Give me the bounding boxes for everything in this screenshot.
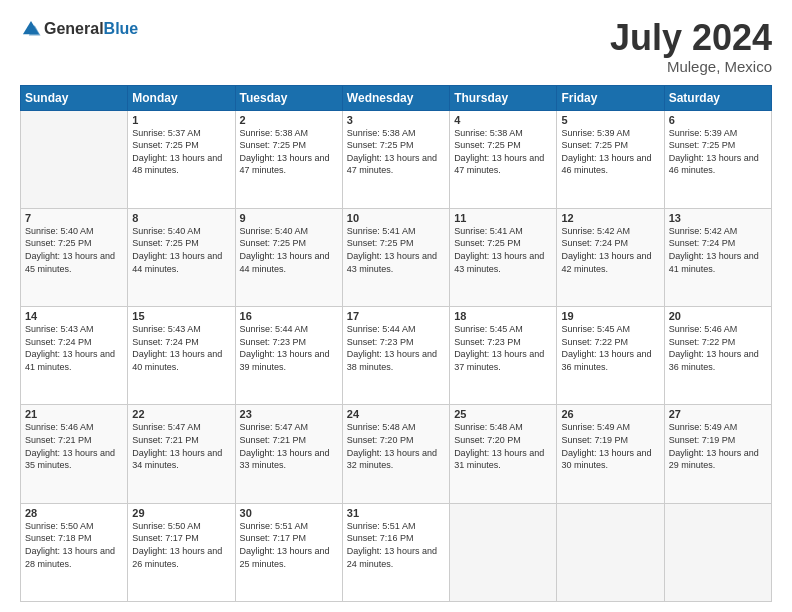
day-info: Sunrise: 5:46 AM Sunset: 7:21 PM Dayligh… — [25, 421, 123, 471]
day-info: Sunrise: 5:41 AM Sunset: 7:25 PM Dayligh… — [454, 225, 552, 275]
table-row: 27Sunrise: 5:49 AM Sunset: 7:19 PM Dayli… — [664, 405, 771, 503]
calendar-week-row: 14Sunrise: 5:43 AM Sunset: 7:24 PM Dayli… — [21, 307, 772, 405]
day-number: 8 — [132, 212, 230, 224]
col-saturday: Saturday — [664, 85, 771, 110]
table-row: 21Sunrise: 5:46 AM Sunset: 7:21 PM Dayli… — [21, 405, 128, 503]
day-info: Sunrise: 5:37 AM Sunset: 7:25 PM Dayligh… — [132, 127, 230, 177]
col-monday: Monday — [128, 85, 235, 110]
day-number: 31 — [347, 507, 445, 519]
day-number: 26 — [561, 408, 659, 420]
day-info: Sunrise: 5:43 AM Sunset: 7:24 PM Dayligh… — [25, 323, 123, 373]
day-number: 19 — [561, 310, 659, 322]
day-number: 2 — [240, 114, 338, 126]
day-number: 3 — [347, 114, 445, 126]
table-row: 6Sunrise: 5:39 AM Sunset: 7:25 PM Daylig… — [664, 110, 771, 208]
day-info: Sunrise: 5:45 AM Sunset: 7:23 PM Dayligh… — [454, 323, 552, 373]
table-row: 12Sunrise: 5:42 AM Sunset: 7:24 PM Dayli… — [557, 208, 664, 306]
table-row: 18Sunrise: 5:45 AM Sunset: 7:23 PM Dayli… — [450, 307, 557, 405]
day-number: 30 — [240, 507, 338, 519]
table-row: 2Sunrise: 5:38 AM Sunset: 7:25 PM Daylig… — [235, 110, 342, 208]
calendar-week-row: 21Sunrise: 5:46 AM Sunset: 7:21 PM Dayli… — [21, 405, 772, 503]
table-row — [21, 110, 128, 208]
day-info: Sunrise: 5:38 AM Sunset: 7:25 PM Dayligh… — [347, 127, 445, 177]
day-number: 4 — [454, 114, 552, 126]
table-row: 13Sunrise: 5:42 AM Sunset: 7:24 PM Dayli… — [664, 208, 771, 306]
table-row: 26Sunrise: 5:49 AM Sunset: 7:19 PM Dayli… — [557, 405, 664, 503]
day-info: Sunrise: 5:39 AM Sunset: 7:25 PM Dayligh… — [669, 127, 767, 177]
location-title: Mulege, Mexico — [610, 58, 772, 75]
day-number: 11 — [454, 212, 552, 224]
day-number: 6 — [669, 114, 767, 126]
day-info: Sunrise: 5:42 AM Sunset: 7:24 PM Dayligh… — [561, 225, 659, 275]
table-row: 1Sunrise: 5:37 AM Sunset: 7:25 PM Daylig… — [128, 110, 235, 208]
day-info: Sunrise: 5:45 AM Sunset: 7:22 PM Dayligh… — [561, 323, 659, 373]
title-block: July 2024 Mulege, Mexico — [610, 18, 772, 75]
day-info: Sunrise: 5:51 AM Sunset: 7:16 PM Dayligh… — [347, 520, 445, 570]
day-number: 17 — [347, 310, 445, 322]
day-number: 14 — [25, 310, 123, 322]
col-sunday: Sunday — [21, 85, 128, 110]
day-number: 7 — [25, 212, 123, 224]
table-row: 9Sunrise: 5:40 AM Sunset: 7:25 PM Daylig… — [235, 208, 342, 306]
table-row: 23Sunrise: 5:47 AM Sunset: 7:21 PM Dayli… — [235, 405, 342, 503]
table-row — [450, 503, 557, 601]
day-info: Sunrise: 5:50 AM Sunset: 7:18 PM Dayligh… — [25, 520, 123, 570]
day-info: Sunrise: 5:44 AM Sunset: 7:23 PM Dayligh… — [347, 323, 445, 373]
day-number: 20 — [669, 310, 767, 322]
table-row: 4Sunrise: 5:38 AM Sunset: 7:25 PM Daylig… — [450, 110, 557, 208]
day-number: 13 — [669, 212, 767, 224]
day-info: Sunrise: 5:40 AM Sunset: 7:25 PM Dayligh… — [25, 225, 123, 275]
day-info: Sunrise: 5:44 AM Sunset: 7:23 PM Dayligh… — [240, 323, 338, 373]
day-number: 15 — [132, 310, 230, 322]
table-row: 28Sunrise: 5:50 AM Sunset: 7:18 PM Dayli… — [21, 503, 128, 601]
calendar-week-row: 1Sunrise: 5:37 AM Sunset: 7:25 PM Daylig… — [21, 110, 772, 208]
table-row: 24Sunrise: 5:48 AM Sunset: 7:20 PM Dayli… — [342, 405, 449, 503]
table-row: 10Sunrise: 5:41 AM Sunset: 7:25 PM Dayli… — [342, 208, 449, 306]
day-info: Sunrise: 5:38 AM Sunset: 7:25 PM Dayligh… — [454, 127, 552, 177]
col-thursday: Thursday — [450, 85, 557, 110]
day-number: 23 — [240, 408, 338, 420]
day-info: Sunrise: 5:46 AM Sunset: 7:22 PM Dayligh… — [669, 323, 767, 373]
table-row: 15Sunrise: 5:43 AM Sunset: 7:24 PM Dayli… — [128, 307, 235, 405]
calendar-table: Sunday Monday Tuesday Wednesday Thursday… — [20, 85, 772, 602]
col-tuesday: Tuesday — [235, 85, 342, 110]
day-info: Sunrise: 5:40 AM Sunset: 7:25 PM Dayligh… — [240, 225, 338, 275]
day-info: Sunrise: 5:49 AM Sunset: 7:19 PM Dayligh… — [669, 421, 767, 471]
table-row: 3Sunrise: 5:38 AM Sunset: 7:25 PM Daylig… — [342, 110, 449, 208]
day-info: Sunrise: 5:47 AM Sunset: 7:21 PM Dayligh… — [132, 421, 230, 471]
table-row: 16Sunrise: 5:44 AM Sunset: 7:23 PM Dayli… — [235, 307, 342, 405]
table-row: 17Sunrise: 5:44 AM Sunset: 7:23 PM Dayli… — [342, 307, 449, 405]
table-row: 29Sunrise: 5:50 AM Sunset: 7:17 PM Dayli… — [128, 503, 235, 601]
calendar-week-row: 7Sunrise: 5:40 AM Sunset: 7:25 PM Daylig… — [21, 208, 772, 306]
table-row: 11Sunrise: 5:41 AM Sunset: 7:25 PM Dayli… — [450, 208, 557, 306]
day-info: Sunrise: 5:50 AM Sunset: 7:17 PM Dayligh… — [132, 520, 230, 570]
day-info: Sunrise: 5:40 AM Sunset: 7:25 PM Dayligh… — [132, 225, 230, 275]
day-number: 28 — [25, 507, 123, 519]
day-number: 25 — [454, 408, 552, 420]
day-number: 5 — [561, 114, 659, 126]
day-info: Sunrise: 5:38 AM Sunset: 7:25 PM Dayligh… — [240, 127, 338, 177]
day-number: 18 — [454, 310, 552, 322]
day-info: Sunrise: 5:51 AM Sunset: 7:17 PM Dayligh… — [240, 520, 338, 570]
logo: GeneralBlue — [20, 18, 138, 40]
logo-icon — [20, 18, 42, 40]
day-info: Sunrise: 5:49 AM Sunset: 7:19 PM Dayligh… — [561, 421, 659, 471]
calendar-page: GeneralBlue July 2024 Mulege, Mexico Sun… — [0, 0, 792, 612]
table-row: 30Sunrise: 5:51 AM Sunset: 7:17 PM Dayli… — [235, 503, 342, 601]
calendar-week-row: 28Sunrise: 5:50 AM Sunset: 7:18 PM Dayli… — [21, 503, 772, 601]
table-row: 22Sunrise: 5:47 AM Sunset: 7:21 PM Dayli… — [128, 405, 235, 503]
table-row: 5Sunrise: 5:39 AM Sunset: 7:25 PM Daylig… — [557, 110, 664, 208]
table-row: 31Sunrise: 5:51 AM Sunset: 7:16 PM Dayli… — [342, 503, 449, 601]
day-number: 22 — [132, 408, 230, 420]
header: GeneralBlue July 2024 Mulege, Mexico — [20, 18, 772, 75]
table-row — [557, 503, 664, 601]
table-row — [664, 503, 771, 601]
calendar-header-row: Sunday Monday Tuesday Wednesday Thursday… — [21, 85, 772, 110]
logo-blue: Blue — [104, 20, 139, 37]
logo-general: General — [44, 20, 104, 37]
day-number: 21 — [25, 408, 123, 420]
table-row: 8Sunrise: 5:40 AM Sunset: 7:25 PM Daylig… — [128, 208, 235, 306]
table-row: 7Sunrise: 5:40 AM Sunset: 7:25 PM Daylig… — [21, 208, 128, 306]
day-info: Sunrise: 5:42 AM Sunset: 7:24 PM Dayligh… — [669, 225, 767, 275]
table-row: 14Sunrise: 5:43 AM Sunset: 7:24 PM Dayli… — [21, 307, 128, 405]
